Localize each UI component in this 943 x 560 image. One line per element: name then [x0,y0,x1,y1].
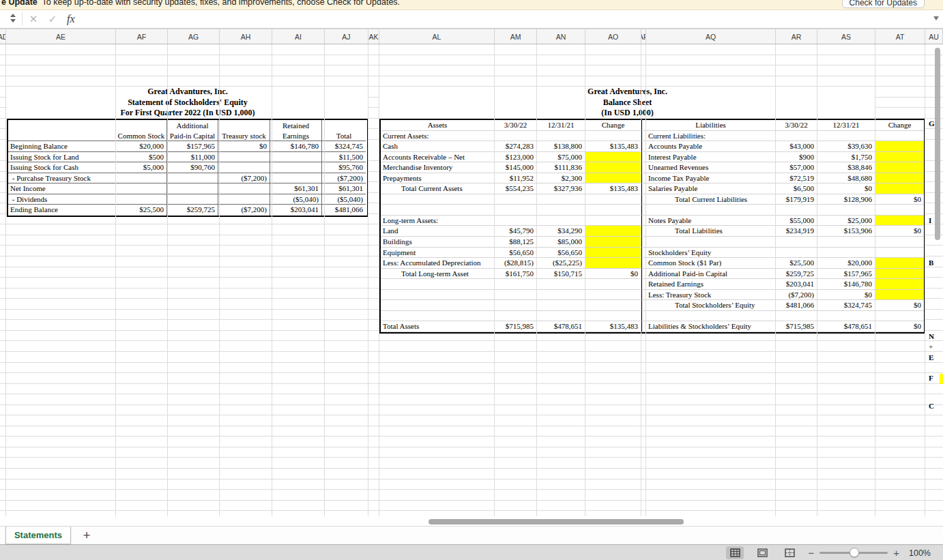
cell[interactable]: Cash [381,141,495,152]
cell[interactable]: $0 [817,290,875,301]
cell[interactable] [776,311,817,322]
cell[interactable]: $55,000 [776,216,817,226]
cell[interactable] [585,173,641,184]
cell[interactable]: $715,985 [776,321,817,332]
cell[interactable]: ($7,200) [218,205,270,216]
cell[interactable]: $43,000 [776,141,817,152]
equity-header-cell[interactable] [8,120,116,141]
cell[interactable]: Stockholders’ Equity [646,248,776,259]
cell[interactable] [646,237,776,248]
cell[interactable]: ($28,815) [495,258,537,269]
cell[interactable]: - Dividends [8,194,116,205]
cell[interactable] [646,205,776,216]
column-header-AT[interactable]: AT [875,29,925,44]
cell[interactable]: $128,906 [817,194,875,205]
cell[interactable] [270,162,322,173]
cell[interactable] [776,248,817,259]
cell[interactable]: Issuing Stock for Cash [8,162,116,173]
cell[interactable] [875,216,924,226]
cell[interactable]: $900 [776,152,817,163]
cell[interactable] [875,162,924,173]
cell[interactable] [817,311,875,322]
balance-sheet-header-cell[interactable]: Liabilities [646,120,776,131]
cell[interactable] [585,194,641,205]
cell[interactable]: $25,500 [116,205,167,216]
cell[interactable] [585,152,641,163]
cell[interactable] [875,311,924,322]
cell[interactable]: Total Long-term Asset [381,269,495,280]
cell[interactable]: $478,651 [537,321,585,332]
cell[interactable] [116,173,167,184]
cell[interactable] [585,248,641,259]
cell[interactable] [585,226,641,237]
cell[interactable]: Total Current Assets [381,183,495,194]
cell[interactable]: $5,000 [116,162,167,173]
cell[interactable]: $25,000 [817,216,875,226]
cell[interactable] [585,237,641,248]
cell[interactable] [776,131,817,142]
cell[interactable]: $75,000 [537,152,585,163]
cell[interactable]: $56,650 [495,248,537,259]
balance-sheet-header-cell[interactable]: Change [585,120,641,131]
cell[interactable] [585,258,641,269]
cell[interactable]: Total Current Liabilities [646,194,776,205]
zoom-slider-track[interactable] [819,552,888,554]
cell[interactable] [817,131,875,142]
cell[interactable]: $11,952 [495,173,537,184]
column-header-AK[interactable]: AK [368,29,379,44]
balance-sheet-header-cell[interactable]: 3/30/22 [776,120,817,131]
cell[interactable] [817,205,875,216]
cell[interactable] [537,131,585,142]
cell[interactable]: $203,041 [270,205,322,216]
cell[interactable] [585,131,641,142]
page-layout-view-button[interactable] [753,546,771,559]
cell[interactable]: Accounts Receivable – Net [381,152,495,163]
zoom-slider-knob[interactable] [850,548,859,557]
cell[interactable] [495,311,537,322]
zoom-in-button[interactable]: + [893,546,899,559]
cell[interactable]: Buildings [381,237,495,248]
cell[interactable]: $234,919 [776,226,817,237]
cell[interactable]: Ending Balance [8,205,116,216]
cell[interactable] [585,279,641,290]
cell[interactable]: Retained Earnings [646,279,776,290]
cell[interactable]: Beginning Balance [8,141,116,152]
cell[interactable]: $0 [218,141,270,152]
insert-function-icon[interactable]: fx [67,11,75,27]
cell[interactable]: Notes Payable [646,216,776,226]
cell[interactable]: $72,519 [776,173,817,184]
cell[interactable] [537,216,585,226]
cell[interactable] [585,311,641,322]
column-header-AU[interactable]: AU [925,29,943,44]
sheet-tab-statements[interactable]: Statements [5,527,71,544]
cell[interactable] [270,152,322,163]
column-header-AI[interactable]: AI [272,29,325,44]
cell[interactable] [116,194,167,205]
cell[interactable]: $20,000 [116,141,167,152]
cell[interactable]: Salaries Payable [646,183,776,194]
cell[interactable] [495,194,537,205]
cell[interactable]: Total Assets [381,321,495,332]
cell[interactable] [381,290,495,301]
cell[interactable] [116,183,167,194]
cell[interactable]: $90,760 [167,162,218,173]
cell[interactable]: $327,936 [537,183,585,194]
cell[interactable] [875,152,924,163]
cell[interactable]: Total Liabilities [646,226,776,237]
cell[interactable] [875,131,924,142]
cell[interactable]: Liabilities & Stockholders’ Equity [646,321,776,332]
cell[interactable] [537,311,585,322]
cell[interactable] [495,290,537,301]
cell[interactable] [875,248,924,259]
check-for-updates-button[interactable]: Check for Updates [842,0,925,8]
cell[interactable]: $150,715 [537,269,585,280]
cell[interactable] [495,216,537,226]
cell[interactable]: $259,725 [167,205,218,216]
cell[interactable]: $135,483 [585,321,641,332]
cell[interactable] [875,269,924,280]
cell[interactable]: Long-term Assets: [381,216,495,226]
column-header-AF[interactable]: AF [116,29,168,44]
cell[interactable]: $554,235 [495,183,537,194]
column-header-AR[interactable]: AR [776,29,817,44]
zoom-out-button[interactable]: − [808,546,814,559]
